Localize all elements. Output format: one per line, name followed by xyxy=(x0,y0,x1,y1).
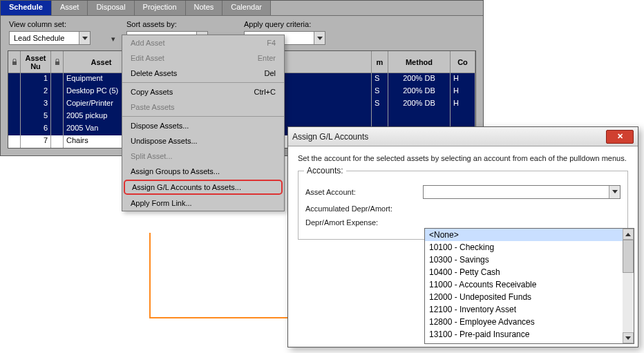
dropdown-option[interactable]: 11000 - Accounts Receivable xyxy=(425,278,623,291)
tab-calendar[interactable]: Calendar xyxy=(222,1,271,15)
connector-line xyxy=(149,233,151,318)
query-label: Apply query criteria: xyxy=(244,20,325,28)
col-method[interactable]: Method xyxy=(388,51,451,73)
svg-rect-0 xyxy=(12,61,17,65)
dropdown-option[interactable]: 10100 - Checking xyxy=(425,241,623,254)
menu-item[interactable]: Assign G/L Accounts to Assets... xyxy=(124,180,283,195)
tab-strip: ScheduleAssetDisposalProjectionNotesCale… xyxy=(1,1,483,16)
close-button[interactable]: ✕ xyxy=(606,130,634,144)
svg-rect-1 xyxy=(55,61,59,65)
sort-by-label: Sort assets by: xyxy=(126,20,208,28)
field-label: Asset Account: xyxy=(305,188,423,196)
dialog-title: Assign G/L Accounts xyxy=(292,132,606,142)
dialog-description: Set the account for the selected assets … xyxy=(298,153,628,164)
menu-item: Add AssetF4 xyxy=(122,35,284,50)
menu-item: Split Asset... xyxy=(122,149,284,164)
funnel-icon[interactable]: ▾ xyxy=(107,32,120,45)
tab-disposal[interactable]: Disposal xyxy=(88,1,134,15)
accounts-legend: Accounts: xyxy=(304,166,346,175)
tab-schedule[interactable]: Schedule xyxy=(1,1,52,15)
chevron-down-icon[interactable] xyxy=(79,32,90,44)
menu-item: Edit AssetEnter xyxy=(122,50,284,66)
lock-icon xyxy=(51,51,64,73)
menu-item[interactable]: Apply Form Link... xyxy=(122,195,284,211)
dropdown-option[interactable]: 12100 - Inventory Asset xyxy=(425,303,623,316)
tab-notes[interactable]: Notes xyxy=(186,1,223,15)
field-label: Depr/Amort Expense: xyxy=(305,218,423,227)
scroll-thumb[interactable] xyxy=(623,240,634,273)
menu-item[interactable]: Undispose Assets... xyxy=(122,133,284,149)
col-co[interactable]: Co xyxy=(451,51,475,73)
field-label: Accumulated Depr/Amort: xyxy=(305,204,423,213)
scroll-track[interactable] xyxy=(623,240,634,332)
dropdown-option[interactable]: 12800 - Employee Advances xyxy=(425,316,623,328)
view-column-value: Lead Schedule xyxy=(10,32,79,44)
connector-line xyxy=(149,317,292,318)
account-dropdown-list[interactable]: <None>10100 - Checking10300 - Savings104… xyxy=(424,228,634,344)
tab-asset[interactable]: Asset xyxy=(52,1,88,15)
chevron-down-icon[interactable] xyxy=(314,32,325,44)
view-column-combo[interactable]: Lead Schedule xyxy=(9,31,91,45)
tab-projection[interactable]: Projection xyxy=(135,1,186,15)
menu-item[interactable]: Delete AssetsDel xyxy=(122,66,284,81)
menu-item[interactable]: Assign Groups to Assets... xyxy=(122,164,284,179)
dropdown-option[interactable]: 10300 - Savings xyxy=(425,254,623,266)
menu-item[interactable]: Copy AssetsCtrl+C xyxy=(122,84,284,99)
view-column-label: View column set: xyxy=(9,20,91,28)
dropdown-option[interactable]: 10400 - Petty Cash xyxy=(425,266,623,278)
account-combo[interactable] xyxy=(423,185,621,199)
menu-item: Paste Assets xyxy=(122,99,284,115)
context-menu: Add AssetF4Edit AssetEnterDelete AssetsD… xyxy=(122,35,285,211)
close-icon: ✕ xyxy=(617,132,623,141)
dropdown-option[interactable]: 13100 - Pre-paid Insurance xyxy=(425,328,623,341)
dropdown-option[interactable]: <None> xyxy=(425,229,623,241)
scroll-up-button[interactable] xyxy=(623,229,634,240)
chevron-down-icon[interactable] xyxy=(609,186,620,198)
menu-item[interactable]: Dispose Assets... xyxy=(122,118,284,133)
dropdown-option[interactable]: 12000 - Undeposited Funds xyxy=(425,291,623,303)
scroll-down-button[interactable] xyxy=(623,332,634,343)
scrollbar[interactable] xyxy=(623,229,634,343)
col-asset-num[interactable]: Asset Nu xyxy=(21,51,51,73)
dialog-titlebar[interactable]: Assign G/L Accounts ✕ xyxy=(288,127,638,146)
lock-icon xyxy=(8,51,21,73)
col-m[interactable]: m xyxy=(372,51,388,73)
